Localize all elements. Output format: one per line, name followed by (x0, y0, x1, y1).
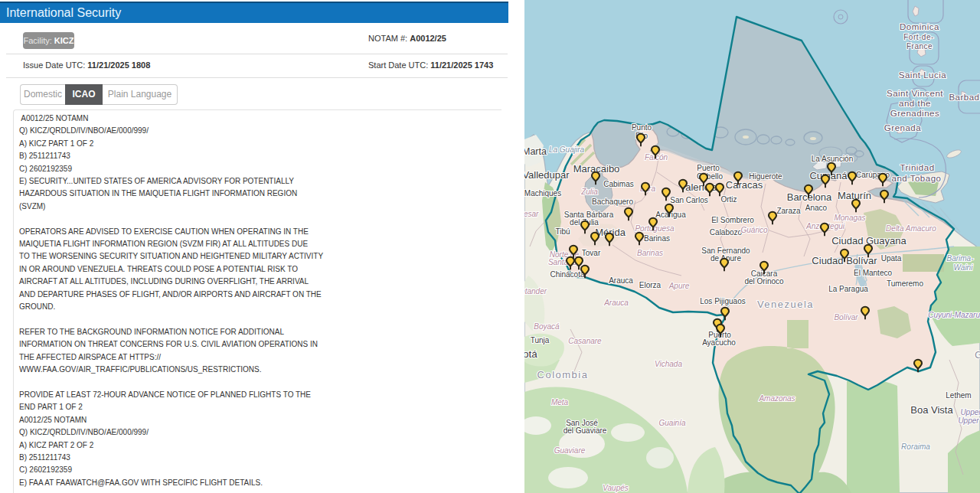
svg-text:Boa Vista: Boa Vista (910, 404, 953, 416)
svg-text:Marta: Marta (524, 146, 547, 157)
svg-text:Vaupés: Vaupés (603, 484, 629, 492)
svg-text:El Sombrero: El Sombrero (711, 216, 754, 224)
svg-text:La Paragua: La Paragua (828, 285, 868, 293)
svg-text:El Manteco: El Manteco (854, 269, 892, 277)
svg-text:France: France (906, 42, 933, 51)
svg-text:Gu: Gu (975, 349, 980, 361)
svg-text:Cabimas: Cabimas (603, 180, 633, 188)
svg-text:Arauca: Arauca (609, 276, 633, 285)
svg-text:Venezuela: Venezuela (757, 299, 814, 310)
svg-text:Upper: Upper (960, 408, 980, 416)
svg-text:Saint Lucia: Saint Lucia (899, 70, 947, 80)
svg-text:otá: otá (524, 348, 537, 360)
svg-text:Barinas: Barinas (644, 234, 670, 243)
svg-text:Santander: Santander (524, 287, 547, 295)
svg-text:Guainía: Guainía (658, 419, 685, 427)
svg-text:Arauca: Arauca (603, 299, 629, 307)
svg-text:Grenada: Grenada (884, 123, 921, 132)
svg-text:Chinácota: Chinácota (550, 270, 584, 279)
svg-text:Monagas: Monagas (834, 214, 865, 222)
svg-text:Los Pijiguaos: Los Pijiguaos (700, 297, 745, 305)
svg-text:Waini: Waini (954, 263, 974, 272)
svg-text:Bachaquero: Bachaquero (592, 198, 633, 206)
svg-text:Valledupar: Valledupar (524, 169, 570, 181)
svg-text:Cesar: Cesar (524, 210, 539, 218)
svg-text:and the: and the (899, 99, 931, 108)
svg-text:Fort-de-: Fort-de- (903, 33, 934, 41)
svg-text:Upper: Upper (958, 416, 979, 425)
svg-text:Cuyuni-Mazaruni: Cuyuni-Mazaruni (928, 311, 980, 319)
svg-text:Roraima: Roraima (901, 442, 930, 451)
svg-text:Calabozo: Calabozo (710, 228, 743, 237)
svg-text:Zaraza: Zaraza (776, 207, 801, 215)
svg-text:Grenadines: Grenadines (890, 109, 939, 118)
svg-text:Boyacá: Boyacá (534, 322, 560, 331)
svg-text:Upata: Upata (881, 254, 902, 263)
svg-text:La Asunción: La Asunción (812, 155, 854, 163)
svg-text:La Guajira: La Guajira (549, 145, 585, 154)
svg-text:Zulia: Zulia (580, 188, 598, 196)
svg-text:San Carlos: San Carlos (670, 196, 707, 204)
svg-text:Caracas: Caracas (726, 179, 763, 191)
svg-text:Barima-: Barima- (946, 254, 974, 263)
svg-text:Tunja: Tunja (531, 336, 550, 344)
svg-text:and Tobago: and Tobago (892, 174, 942, 183)
svg-text:Tumeremo: Tumeremo (887, 279, 923, 288)
svg-text:del Orinoco: del Orinoco (744, 277, 784, 286)
svg-text:Tovar: Tovar (582, 249, 601, 257)
svg-text:Meta: Meta (551, 398, 569, 406)
svg-text:Amazonas: Amazonas (758, 394, 795, 403)
svg-text:Punto: Punto (632, 123, 652, 132)
svg-text:Guárico: Guárico (740, 226, 767, 234)
svg-text:Barinas: Barinas (637, 249, 663, 257)
svg-text:Anaco: Anaco (805, 204, 828, 212)
svg-text:Puerto: Puerto (697, 164, 720, 172)
svg-text:Elorza: Elorza (639, 281, 662, 289)
svg-text:Ayacucho: Ayacucho (702, 338, 736, 347)
svg-text:Delta Amacuro: Delta Amacuro (886, 224, 936, 233)
svg-text:Colombia: Colombia (537, 369, 589, 380)
svg-text:Ortiz: Ortiz (720, 195, 737, 204)
svg-text:Machiques: Machiques (524, 189, 561, 198)
svg-text:Barbados: Barbados (949, 93, 980, 102)
svg-text:Casanare: Casanare (568, 337, 602, 345)
svg-text:Guaviare: Guaviare (554, 446, 586, 455)
svg-text:Bolívar: Bolívar (834, 313, 858, 322)
svg-text:Dominica: Dominica (900, 22, 939, 31)
svg-text:del Guaviare: del Guaviare (564, 426, 607, 435)
svg-text:Higuerote: Higuerote (749, 172, 782, 181)
svg-text:Vichada: Vichada (655, 360, 682, 368)
svg-text:Apure: Apure (668, 282, 690, 290)
svg-text:Lethem: Lethem (946, 391, 971, 400)
svg-text:Saint Vincent: Saint Vincent (887, 89, 943, 98)
svg-text:Trinidad: Trinidad (900, 163, 934, 172)
svg-text:Tibú: Tibú (555, 227, 570, 236)
